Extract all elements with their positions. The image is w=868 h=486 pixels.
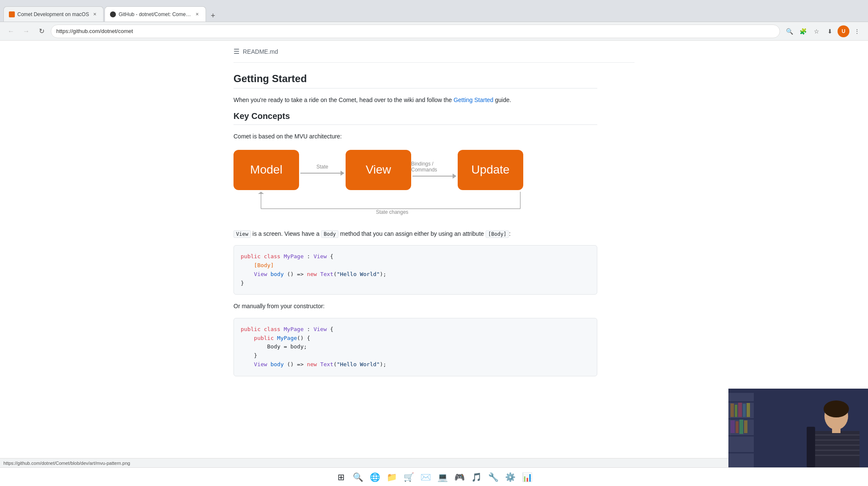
svg-marker-3 xyxy=(258,192,264,194)
download-icon[interactable]: ⬇ xyxy=(824,25,836,37)
svg-rect-24 xyxy=(813,439,860,441)
update-label: Update xyxy=(471,163,509,177)
code2-line-2: public MyPage() { xyxy=(241,334,590,343)
code-line-3: View body () => new Text("Hello World"); xyxy=(241,270,590,279)
code2-line-3: Body = body; xyxy=(241,342,590,351)
svg-rect-16 xyxy=(731,420,735,433)
view-desc-before: is a screen. Views have a xyxy=(251,230,321,237)
code-line-1: public class MyPage : View { xyxy=(241,252,590,261)
readme-header: ☰ README.md xyxy=(233,41,635,63)
svg-rect-26 xyxy=(813,450,860,451)
github-content: ☰ README.md Getting Started When you're … xyxy=(227,41,641,393)
nav-bar: ← → ↻ https://github.com/dotnet/comet 🔍 … xyxy=(0,22,868,41)
update-box: Update xyxy=(458,150,523,190)
content-area: Getting Started When you're ready to tak… xyxy=(233,63,597,393)
bindings-arrow-group: Bindings / Commands xyxy=(411,161,458,179)
getting-started-link[interactable]: Getting Started xyxy=(453,97,493,103)
state-arrow-group: State xyxy=(299,164,346,176)
svg-rect-18 xyxy=(739,420,743,434)
code2-line-1: public class MyPage : View { xyxy=(241,325,590,334)
svg-rect-13 xyxy=(738,403,742,417)
view-description: View is a screen. Views have a Body meth… xyxy=(233,229,597,238)
browser-tabs: Comet Development on macOS ✕ GitHub - do… xyxy=(3,0,865,22)
bookmark-icon[interactable]: ☆ xyxy=(810,25,822,37)
svg-text:State changes: State changes xyxy=(376,209,409,215)
readme-label: README.md xyxy=(243,48,278,55)
return-arrow-container: State changes xyxy=(246,192,538,216)
model-box: Model xyxy=(233,150,299,190)
reload-button[interactable]: ↻ xyxy=(36,25,47,37)
return-arrow-svg: State changes xyxy=(246,192,538,215)
svg-rect-28 xyxy=(807,427,815,458)
menu-icon[interactable]: ⋮ xyxy=(851,25,863,37)
tab-close-github[interactable]: ✕ xyxy=(194,11,201,18)
svg-rect-25 xyxy=(813,445,860,446)
bindings-arrow-line xyxy=(412,176,453,177)
tab-favicon-comet xyxy=(9,11,15,17)
svg-rect-17 xyxy=(736,421,739,433)
code-block-2: public class MyPage : View { public MyPa… xyxy=(233,318,597,376)
tab-label-comet: Comet Development on macOS xyxy=(17,11,89,17)
mvu-row: Model State View xyxy=(233,150,597,190)
state-label: State xyxy=(316,164,328,170)
svg-rect-14 xyxy=(743,404,746,417)
svg-rect-11 xyxy=(731,403,734,417)
state-arrow-line xyxy=(300,173,341,174)
tab-label-github: GitHub - dotnet/Comet: Comet ... xyxy=(118,11,191,17)
svg-rect-19 xyxy=(744,420,747,433)
svg-rect-27 xyxy=(813,455,860,456)
forward-button[interactable]: → xyxy=(20,25,32,37)
address-bar[interactable]: https://github.com/dotnet/comet xyxy=(51,25,780,38)
view-inline-code1: View xyxy=(233,230,251,238)
tab-favicon-github xyxy=(110,11,116,17)
tab-github-comet[interactable]: GitHub - dotnet/Comet: Comet ... ✕ xyxy=(104,6,206,22)
video-overlay xyxy=(728,389,868,458)
nav-actions: 🔍 🧩 ☆ ⬇ U ⋮ xyxy=(783,25,863,37)
video-content xyxy=(728,389,868,458)
user-avatar[interactable]: U xyxy=(838,25,849,37)
getting-started-heading: Getting Started xyxy=(233,73,597,88)
tab-comet-dev[interactable]: Comet Development on macOS ✕ xyxy=(3,6,104,22)
key-concepts-heading: Key Concepts xyxy=(233,111,597,125)
state-arrow-tip xyxy=(341,171,344,176)
code-block-1: public class MyPage : View { [Body] View… xyxy=(233,245,597,295)
back-button[interactable]: ← xyxy=(5,25,17,37)
getting-started-paragraph: When you're ready to take a ride on the … xyxy=(233,95,597,105)
key-concepts-text: Comet is based on the MVU architecture: xyxy=(233,132,597,141)
url-text: https://github.com/dotnet/comet xyxy=(56,28,133,34)
readme-icon: ☰ xyxy=(233,47,239,55)
or-manually-text: Or manually from your constructor: xyxy=(233,301,597,311)
view-box: View xyxy=(346,150,411,190)
extensions-icon[interactable]: 🧩 xyxy=(797,25,809,37)
bindings-arrow xyxy=(412,174,456,179)
view-inline-code2: Body xyxy=(321,230,338,238)
svg-rect-12 xyxy=(735,405,737,417)
view-inline-code3: [Body] xyxy=(486,230,509,238)
video-person xyxy=(728,389,868,458)
new-tab-button[interactable]: + xyxy=(207,10,219,22)
svg-rect-15 xyxy=(747,403,750,417)
tab-close-comet[interactable]: ✕ xyxy=(91,11,98,18)
svg-point-21 xyxy=(824,400,849,417)
bindings-label: Bindings / Commands xyxy=(411,161,458,173)
view-desc-end: : xyxy=(509,230,511,237)
svg-rect-8 xyxy=(728,418,754,420)
bindings-arrow-tip xyxy=(453,174,456,179)
model-label: Model xyxy=(250,163,282,177)
video-person-svg xyxy=(728,389,868,458)
svg-rect-10 xyxy=(728,452,754,453)
view-desc-middle: method that you can assign either by usi… xyxy=(338,230,486,237)
code2-line-4: } xyxy=(241,351,590,360)
svg-rect-9 xyxy=(728,435,754,436)
svg-rect-23 xyxy=(813,434,860,436)
code2-line-5: View body () => new Text("Hello World"); xyxy=(241,360,590,369)
svg-rect-29 xyxy=(832,428,841,433)
view-label: View xyxy=(365,163,391,177)
code-line-2: [Body] xyxy=(241,261,590,270)
getting-started-text-before: When you're ready to take a ride on the … xyxy=(233,97,453,103)
browser-chrome: Comet Development on macOS ✕ GitHub - do… xyxy=(0,0,868,22)
mvu-diagram: Model State View xyxy=(233,150,597,216)
github-page-wrapper: ☰ README.md Getting Started When you're … xyxy=(0,41,868,393)
search-icon[interactable]: 🔍 xyxy=(783,25,795,37)
code-line-4: } xyxy=(241,279,590,288)
